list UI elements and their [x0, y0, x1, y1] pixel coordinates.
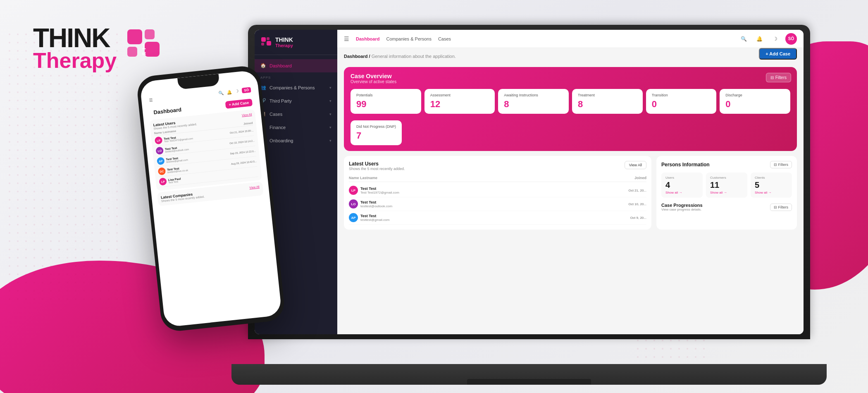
treatment-value: 8	[578, 99, 637, 110]
col-name: Name Lastname	[349, 176, 377, 180]
main-logo-area: THINK Therapy 1 st	[33, 25, 169, 71]
users-value: 4	[665, 180, 699, 190]
case-overview-filters-btn[interactable]: ⊟ Filters	[766, 73, 791, 82]
hamburger-icon[interactable]: ☰	[344, 36, 349, 42]
stat-transition: Transition 0	[646, 89, 717, 114]
transition-label: Transition	[652, 93, 711, 97]
case-progressions: Case Progressions View case progress det…	[661, 203, 792, 211]
stat-assessment: Assessment 12	[424, 89, 495, 114]
sidebar-item-dashboard[interactable]: 🏠 Dashboard	[255, 59, 337, 72]
case-overview-card: Case Overview Overview of active states …	[344, 67, 797, 151]
phone-mockup: ☰ 🔍 🔔 ☽ SÖ Dashboard + Add Case Latest U…	[136, 65, 286, 333]
user-email-1: Test Test1972@gmail.com	[360, 191, 626, 194]
thirdparty-chevron: ▾	[329, 99, 331, 103]
finance-chevron: ▾	[329, 125, 331, 129]
view-all-button[interactable]: View All	[625, 161, 646, 169]
potentials-value: 99	[356, 99, 415, 110]
laptop-base	[231, 364, 827, 385]
sidebar-item-companies[interactable]: 👥 Companies & Persons ▾	[255, 81, 337, 94]
persons-filters-btn[interactable]: ⊟ Filters	[770, 161, 792, 168]
phone-dash-title: Dashboard	[150, 104, 185, 117]
stat-discharge: Discharge 0	[720, 89, 790, 114]
sidebar-item-cases[interactable]: 📋 Cases ▾	[255, 108, 337, 121]
users-stat: Users 4 Show all →	[661, 173, 703, 198]
phone-screen: ☰ 🔍 🔔 ☽ SÖ Dashboard + Add Case Latest U…	[140, 70, 282, 327]
laptop-screen: THINK Therapy 🏠 Dashboard Apps 👥 Compani…	[255, 30, 804, 334]
sidebar-item-finance[interactable]: 💰 Finance ▾	[255, 121, 337, 134]
topnav-dashboard[interactable]: Dashboard	[356, 36, 379, 41]
user-row-2: LO Test Test testtest@outlook.com Oct 10…	[349, 197, 646, 211]
onboarding-chevron: ▾	[329, 139, 331, 143]
clients-label: Clients	[755, 176, 788, 180]
user-name-3: Test Test	[360, 214, 628, 218]
treatment-label: Treatment	[578, 93, 637, 97]
sidebar-item-thirdparty[interactable]: 🔗 Third Party ▾	[255, 94, 337, 108]
bottom-section: Latest Users Shows the 5 most recently a…	[344, 156, 797, 230]
app-topnav: ☰ Dashboard Companies & Persons Cases 🔍 …	[337, 30, 804, 48]
phone-add-btn[interactable]: + Add Case	[225, 98, 253, 109]
stat-dnp: Did Not Progress (DNP) 7	[351, 120, 402, 145]
bell-icon[interactable]: 🔔	[754, 34, 765, 44]
dashboard-icon: 🏠	[260, 63, 266, 69]
breadcrumb-sub: General information about the applicatio…	[372, 54, 456, 59]
col-joined: Joined	[634, 176, 646, 180]
user-row-3: AP Test Test testtest@gmail.com Oct 9, 2…	[349, 211, 646, 225]
sidebar-dashboard-label: Dashboard	[269, 63, 292, 68]
topnav-icons: 🔍 🔔 ☽ SÖ	[738, 33, 797, 45]
sidebar-logo: THINK Therapy	[255, 30, 337, 55]
latest-users-panel: Latest Users Shows the 5 most recently a…	[344, 156, 651, 230]
phone-companies-view-all[interactable]: View All	[249, 185, 260, 189]
breadcrumb: Dashboard / General information about th…	[344, 54, 456, 59]
laptop-base-center	[467, 379, 591, 385]
awaiting-value: 8	[504, 99, 563, 110]
clients-show-all[interactable]: Show all →	[755, 191, 788, 194]
sidebar-thirdparty-label: Third Party	[269, 98, 292, 103]
stat-awaiting: Awaiting Instructions 8	[498, 89, 569, 114]
customers-label: Customers	[710, 176, 743, 180]
topnav-companies[interactable]: Companies & Persons	[386, 36, 431, 41]
case-prog-title: Case Progressions	[661, 203, 703, 208]
logo-therapy: Therapy	[33, 50, 117, 71]
user-table-header: Name Lastname Joined	[349, 174, 646, 182]
logo-think: THINK	[33, 25, 117, 51]
user-avatar[interactable]: SÖ	[785, 33, 797, 45]
svg-rect-4	[127, 29, 142, 44]
persons-stats: Users 4 Show all → Customers 11 Show all…	[661, 173, 792, 198]
phone-view-all[interactable]: View All	[242, 113, 252, 117]
sidebar-cases-label: Cases	[269, 112, 282, 117]
user-email-2: testtest@outlook.com	[360, 204, 626, 208]
dnp-label: Did Not Progress (DNP)	[356, 125, 396, 129]
user-row-1: LP Test Test Test Test1972@gmail.com Oct…	[349, 184, 646, 197]
user-name-1: Test Test	[360, 187, 626, 191]
user-date-1: Oct 21, 20...	[628, 189, 646, 192]
panel-title: Latest Users	[349, 161, 405, 167]
bg-dots-left	[8, 33, 124, 302]
customers-value: 11	[710, 180, 743, 190]
panel-sub: Shows the 5 most recently added.	[349, 167, 405, 171]
app-main: ☰ Dashboard Companies & Persons Cases 🔍 …	[337, 30, 804, 334]
laptop-lid: THINK Therapy 🏠 Dashboard Apps 👥 Compani…	[248, 25, 810, 339]
cases-chevron: ▾	[329, 112, 331, 116]
sidebar-onboarding-label: Onboarding	[269, 138, 293, 143]
sidebar-finance-label: Finance	[269, 125, 286, 130]
case-prog-filters-btn[interactable]: ⊟ Filters	[770, 204, 792, 211]
logo-icon: 1 st	[123, 25, 169, 71]
add-case-button[interactable]: + Add Case	[759, 48, 797, 60]
companies-chevron: ▾	[329, 86, 331, 90]
moon-icon[interactable]: ☽	[770, 34, 780, 44]
stat-treatment: Treatment 8	[572, 89, 643, 114]
svg-rect-7	[145, 42, 160, 57]
search-icon[interactable]: 🔍	[738, 34, 749, 44]
case-overview-title: Case Overview	[351, 73, 790, 79]
sidebar-apps-label: Apps	[255, 72, 337, 81]
customers-show-all[interactable]: Show all →	[710, 191, 743, 194]
customers-stat: Customers 11 Show all →	[706, 173, 747, 198]
discharge-value: 0	[725, 99, 785, 110]
case-prog-sub: View case progress details.	[661, 208, 703, 211]
svg-rect-12	[261, 43, 264, 46]
users-show-all[interactable]: Show all →	[665, 191, 699, 194]
clients-stat: Clients 5 Show all →	[751, 173, 792, 198]
user-date-3: Oct 9, 20...	[630, 216, 646, 220]
topnav-cases[interactable]: Cases	[438, 36, 451, 41]
assessment-label: Assessment	[430, 93, 489, 97]
